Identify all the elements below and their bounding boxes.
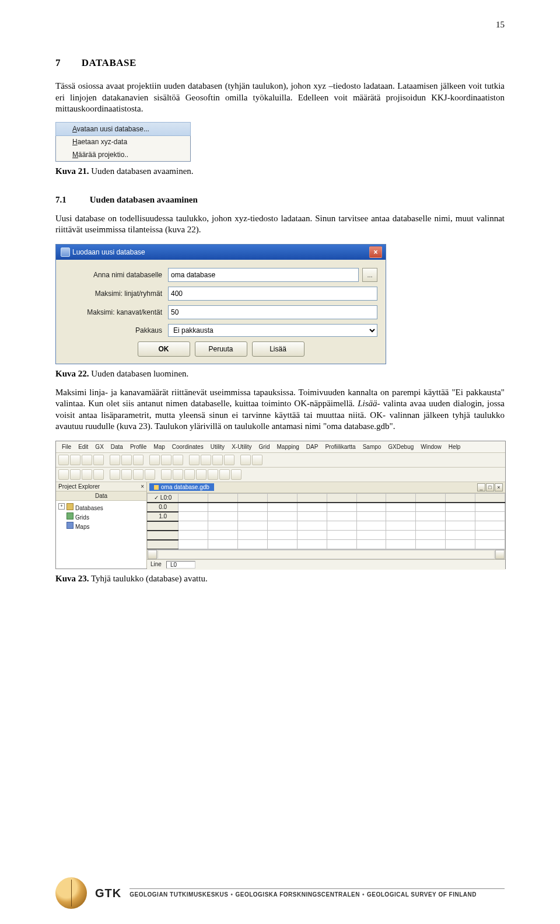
menu-item-fetch-xyz[interactable]: Haetaan xyz-data bbox=[56, 135, 190, 148]
toolbar-icon[interactable] bbox=[70, 469, 80, 480]
menu-dap[interactable]: DAP bbox=[303, 442, 322, 451]
toolbar-icon[interactable] bbox=[161, 469, 172, 480]
menu-utility[interactable]: Utility bbox=[207, 442, 228, 451]
database-cube-icon bbox=[154, 485, 159, 490]
toolbar-icon[interactable] bbox=[224, 455, 235, 465]
database-tab-title: oma database.gdb bbox=[161, 484, 209, 490]
spreadsheet-area[interactable]: ✓ L0:0 0.0 1.0 bbox=[147, 493, 505, 559]
dialog-titlebar[interactable]: Luodaan uusi database × bbox=[56, 245, 386, 260]
toolbar-icon[interactable] bbox=[121, 455, 132, 465]
tree-node-grids[interactable]: Grids bbox=[58, 512, 144, 521]
toolbar-icon[interactable] bbox=[133, 455, 144, 465]
menu-item-set-projection[interactable]: Määrää projektio.. bbox=[56, 148, 190, 161]
column-header[interactable] bbox=[208, 493, 238, 503]
cancel-button[interactable]: Peruuta bbox=[195, 341, 247, 357]
toolbar-icon[interactable] bbox=[252, 455, 262, 465]
tree-node-maps[interactable]: Maps bbox=[58, 521, 144, 531]
menu-profile[interactable]: Profile bbox=[127, 442, 150, 451]
tree-expander-icon[interactable]: + bbox=[58, 503, 65, 510]
scroll-track[interactable] bbox=[158, 550, 495, 559]
toolbar-icon[interactable] bbox=[82, 455, 92, 465]
toolbar-icon[interactable] bbox=[196, 469, 206, 480]
scroll-right-icon[interactable] bbox=[495, 550, 505, 559]
menu-map[interactable]: Map bbox=[150, 442, 168, 451]
close-icon[interactable]: × bbox=[369, 246, 382, 258]
menu-profiilikartta[interactable]: Profiilikartta bbox=[321, 442, 359, 451]
project-explorer-tab-data[interactable]: Data bbox=[56, 491, 146, 501]
toolbar-icon[interactable] bbox=[93, 455, 104, 465]
toolbar-icon[interactable] bbox=[93, 469, 104, 480]
more-button[interactable]: Lisää bbox=[252, 341, 304, 357]
column-header[interactable] bbox=[297, 493, 327, 503]
paragraph-7-1-b: Maksimi linja- ja kanavamäärät riittänev… bbox=[55, 387, 505, 433]
column-header[interactable] bbox=[386, 493, 416, 503]
menu-gxdebug[interactable]: GXDebug bbox=[384, 442, 417, 451]
toolbar-icon[interactable] bbox=[121, 469, 132, 480]
menu-file[interactable]: File bbox=[58, 442, 75, 451]
close-icon[interactable]: × bbox=[495, 483, 503, 491]
toolbar-icon[interactable] bbox=[58, 455, 69, 465]
toolbar-icon[interactable] bbox=[212, 455, 223, 465]
figure-22-caption-text: Uuden databasen luominen. bbox=[89, 369, 189, 378]
minimize-icon[interactable]: _ bbox=[477, 483, 485, 491]
menu-grid[interactable]: Grid bbox=[256, 442, 274, 451]
select-packing[interactable]: Ei pakkausta bbox=[168, 324, 377, 337]
column-header[interactable] bbox=[178, 493, 208, 503]
column-header[interactable] bbox=[446, 493, 475, 503]
menu-edit[interactable]: Edit bbox=[75, 442, 92, 451]
column-header[interactable] bbox=[416, 493, 446, 503]
ok-button[interactable]: OK bbox=[138, 341, 190, 357]
panel-close-icon[interactable]: × bbox=[141, 483, 144, 490]
toolbar-icon[interactable] bbox=[173, 469, 183, 480]
column-header[interactable] bbox=[327, 493, 356, 503]
input-db-name[interactable] bbox=[168, 268, 359, 282]
menu-mapping[interactable]: Mapping bbox=[273, 442, 302, 451]
menu-gx[interactable]: GX bbox=[92, 442, 107, 451]
toolbar-icon[interactable] bbox=[161, 455, 172, 465]
menu-xutility[interactable]: X-Utility bbox=[228, 442, 255, 451]
toolbar-icon[interactable] bbox=[189, 455, 200, 465]
toolbar-icon[interactable] bbox=[110, 455, 120, 465]
browse-button[interactable]: ... bbox=[362, 268, 377, 282]
menu-item-open-new-database[interactable]: Avataan uusi database... bbox=[55, 122, 191, 136]
menu-sampo[interactable]: Sampo bbox=[359, 442, 385, 451]
row-header[interactable] bbox=[148, 521, 178, 531]
toolbar-icon[interactable] bbox=[219, 469, 230, 480]
horizontal-scrollbar[interactable] bbox=[147, 549, 505, 559]
toolbar-icon[interactable] bbox=[231, 469, 242, 480]
menu-data[interactable]: Data bbox=[107, 442, 127, 451]
status-line-editor[interactable]: L0 bbox=[166, 561, 195, 569]
toolbar-icon[interactable] bbox=[240, 455, 251, 465]
toolbar-icon[interactable] bbox=[110, 469, 120, 480]
footer-text-sv: GEOLOGISKA FORSKNINGSCENTRALEN bbox=[235, 891, 360, 898]
column-header[interactable] bbox=[238, 493, 268, 503]
row-header[interactable]: 0.0 bbox=[148, 503, 178, 512]
toolbar-icon[interactable] bbox=[208, 469, 218, 480]
tree-node-databases[interactable]: + Databases bbox=[58, 503, 144, 512]
toolbar-icon[interactable] bbox=[82, 469, 92, 480]
toolbar-icon[interactable] bbox=[201, 455, 211, 465]
toolbar-icon[interactable] bbox=[145, 469, 155, 480]
menu-window[interactable]: Window bbox=[417, 442, 445, 451]
sheet-corner-cell[interactable]: ✓ L0:0 bbox=[148, 493, 178, 503]
toolbar-icon[interactable] bbox=[149, 455, 160, 465]
toolbar-icon[interactable] bbox=[173, 455, 183, 465]
toolbar-icon[interactable] bbox=[70, 455, 80, 465]
toolbar-icon[interactable] bbox=[58, 469, 69, 480]
column-header[interactable] bbox=[356, 493, 386, 503]
figure-21-number: Kuva 21. bbox=[55, 166, 89, 176]
row-header[interactable]: 1.0 bbox=[148, 512, 178, 521]
row-header[interactable] bbox=[148, 540, 178, 549]
toolbar-icon[interactable] bbox=[133, 469, 144, 480]
maximize-icon[interactable]: □ bbox=[486, 483, 494, 491]
input-max-lines[interactable] bbox=[168, 287, 377, 301]
scroll-left-icon[interactable] bbox=[148, 550, 157, 559]
menu-coordinates[interactable]: Coordinates bbox=[169, 442, 207, 451]
row-header[interactable] bbox=[148, 531, 178, 540]
column-header[interactable] bbox=[475, 493, 505, 503]
database-tab[interactable]: oma database.gdb bbox=[149, 483, 214, 491]
input-max-channels[interactable] bbox=[168, 305, 377, 319]
column-header[interactable] bbox=[267, 493, 297, 503]
toolbar-icon[interactable] bbox=[184, 469, 195, 480]
menu-help[interactable]: Help bbox=[445, 442, 464, 451]
